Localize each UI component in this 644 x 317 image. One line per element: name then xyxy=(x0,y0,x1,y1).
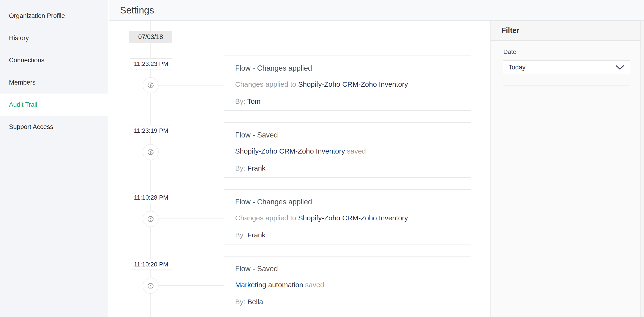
event-title: Flow - Changes applied xyxy=(235,197,460,207)
sidebar-item-history[interactable]: History xyxy=(0,27,108,49)
vertical-scrollbar[interactable] xyxy=(640,21,644,317)
event-author-name: Frank xyxy=(248,164,266,172)
event-time-badge: 11:23:19 PM xyxy=(130,125,172,136)
event-flow-name: Shopify-Zoho CRM-Zoho Inventory xyxy=(298,80,408,88)
main-content: Settings 07/03/18 11:23:23 PM Flow - Cha… xyxy=(108,0,644,317)
event-author-name: Bella xyxy=(248,298,263,306)
audit-event-row: 11:10:20 PM Flow - Saved Marketing autom… xyxy=(108,256,490,313)
event-author-line: By: Frank xyxy=(235,163,460,173)
timeline-date-badge: 07/03/18 xyxy=(129,31,172,43)
event-time-badge: 11:10:20 PM xyxy=(130,259,172,270)
flow-hexagon-bolt-icon xyxy=(142,77,159,93)
event-author-line: By: Bella xyxy=(235,297,460,306)
sidebar-item-audit-trail[interactable]: Audit Trail xyxy=(0,94,108,116)
event-description: Changes applied to Shopify-Zoho CRM-Zoho… xyxy=(235,213,460,223)
event-time-badge: 11:23:23 PM xyxy=(130,58,172,70)
audit-event-row: 11:23:19 PM Flow - Saved Shopify-Zoho CR… xyxy=(108,122,490,179)
timeline-connector-line xyxy=(159,285,224,286)
filter-title: Filter xyxy=(490,21,641,40)
timeline-connector-line xyxy=(159,152,224,152)
event-author-line: By: Frank xyxy=(235,230,460,240)
filter-panel-header: Filter xyxy=(490,21,641,41)
date-filter-dropdown[interactable]: Today xyxy=(503,61,630,74)
event-time-badge: 11:10:28 PM xyxy=(130,192,172,203)
event-description: Changes applied to Shopify-Zoho CRM-Zoho… xyxy=(235,80,460,89)
sidebar-item-support-access[interactable]: Support Access xyxy=(0,116,108,138)
event-author-name: Frank xyxy=(248,231,266,239)
audit-event-card: Flow - Changes applied Changes applied t… xyxy=(224,56,471,111)
chevron-down-icon xyxy=(616,65,624,70)
flow-hexagon-bolt-icon xyxy=(142,144,159,160)
page-header: Settings xyxy=(108,0,644,21)
event-author-name: Tom xyxy=(247,97,260,105)
sidebar-item-members[interactable]: Members xyxy=(0,71,108,94)
audit-event-card: Flow - Saved Shopify-Zoho CRM-Zoho Inven… xyxy=(224,122,471,178)
page-title: Settings xyxy=(120,0,154,20)
event-flow-name: Shopify-Zoho CRM-Zoho Inventory xyxy=(298,214,408,222)
filter-date-label: Date xyxy=(503,48,641,55)
settings-sidebar: Organization Profile History Connections… xyxy=(0,0,108,317)
event-description: Marketing automation saved xyxy=(235,280,460,289)
sidebar-item-connections[interactable]: Connections xyxy=(0,49,108,71)
flow-hexagon-bolt-icon xyxy=(142,278,159,294)
event-title: Flow - Changes applied xyxy=(235,64,460,73)
timeline-connector-line xyxy=(159,218,224,219)
event-title: Flow - Saved xyxy=(235,130,460,140)
audit-event-row: 11:23:23 PM Flow - Changes applied Chang… xyxy=(108,56,490,112)
event-description: Shopify-Zoho CRM-Zoho Inventory saved xyxy=(235,146,460,156)
settings-page: Organization Profile History Connections… xyxy=(0,0,644,317)
event-author-line: By: Tom xyxy=(235,97,460,106)
audit-event-card: Flow - Saved Marketing automation saved … xyxy=(224,256,471,311)
event-title: Flow - Saved xyxy=(235,264,460,273)
audit-event-card: Flow - Changes applied Changes applied t… xyxy=(224,189,471,244)
audit-event-row: 11:10:28 PM Flow - Changes applied Chang… xyxy=(108,189,490,246)
sidebar-item-organization-profile[interactable]: Organization Profile xyxy=(0,5,108,27)
event-flow-name: Shopify-Zoho CRM-Zoho Inventory xyxy=(235,147,345,155)
timeline-connector-line xyxy=(159,85,224,86)
filter-panel: Filter Date Today xyxy=(490,21,641,317)
event-flow-name: Marketing automation xyxy=(235,281,303,289)
filter-section-divider xyxy=(503,85,630,86)
date-filter-selected-value: Today xyxy=(503,61,630,74)
flow-hexagon-bolt-icon xyxy=(142,211,159,227)
